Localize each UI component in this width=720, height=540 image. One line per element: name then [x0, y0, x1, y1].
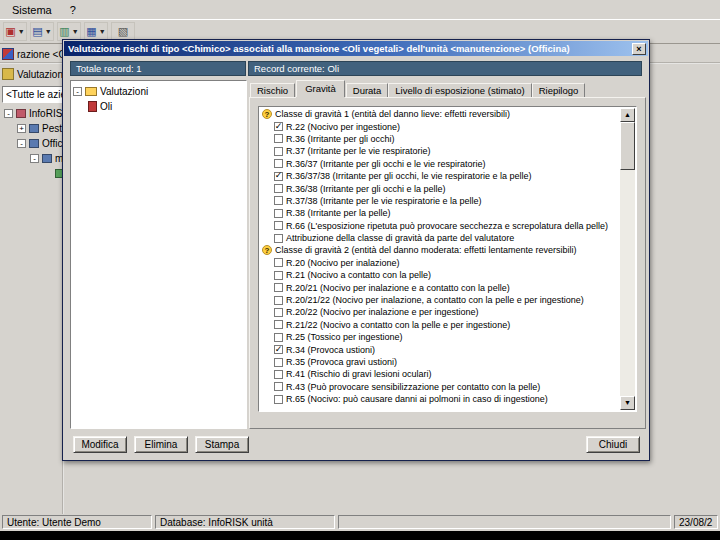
checklist-row[interactable]: R.38 (Irritante per la pelle) — [260, 207, 619, 219]
tab-control: Rischio Gravità Durata Livello di esposi… — [249, 80, 646, 429]
checklist-label: Attribuzione della classe di gravità da … — [286, 233, 514, 243]
tab[interactable]: Durata — [346, 83, 389, 97]
menu-item-sistema[interactable]: Sistema — [4, 2, 60, 18]
checklist-row[interactable]: R.21 (Nocivo a contatto con la pelle) — [260, 269, 619, 281]
checklist-row[interactable]: R.41 (Rischio di gravi lesioni oculari) — [260, 368, 619, 380]
checkbox[interactable] — [274, 370, 283, 379]
evaluation-tree-root[interactable]: - Valutazioni — [73, 84, 244, 99]
action-button[interactable]: Elimina — [134, 436, 188, 453]
node-icon — [29, 139, 39, 148]
action-button[interactable]: Modifica — [73, 436, 127, 453]
checklist-row[interactable]: R.36/37/38 (Irritante per gli occhi, le … — [260, 170, 619, 182]
checklist-row[interactable]: R.43 (Può provocare sensibilizzazione pe… — [260, 381, 619, 393]
checkbox[interactable] — [274, 333, 283, 342]
checklist-row[interactable]: R.36 (Irritante per gli occhi) — [260, 133, 619, 145]
checkbox[interactable] — [274, 296, 283, 305]
chiudi-button[interactable]: Chiudi — [586, 436, 640, 453]
checkbox[interactable] — [274, 283, 283, 292]
checklist-row[interactable]: R.25 (Tossico per ingestione) — [260, 331, 619, 343]
tab-label: Durata — [353, 85, 382, 96]
scrollbar-down-button[interactable]: ▼ — [620, 396, 635, 410]
toolbar-icon: ▥ — [59, 26, 69, 37]
checklist-row[interactable]: R.22 (Nocivo per ingestione) — [260, 120, 619, 132]
checkbox[interactable] — [274, 382, 283, 391]
tab-label: Gravità — [305, 83, 336, 94]
checkbox[interactable] — [274, 345, 283, 354]
checklist-row[interactable]: R.36/38 (Irritante per gli occhi e la pe… — [260, 182, 619, 194]
dropdown-arrow-icon: ▼ — [45, 28, 52, 35]
toolbar-button[interactable]: ▤ ▼ — [30, 22, 54, 41]
scrollbar-track[interactable]: ▲ ▼ — [620, 108, 635, 410]
checklist-row[interactable]: R.20/21/22 (Nocivo per inalazione, a con… — [260, 294, 619, 306]
checkbox[interactable] — [274, 196, 283, 205]
checkbox[interactable] — [274, 134, 283, 143]
menu-item-help[interactable]: ? — [62, 2, 84, 18]
checkbox[interactable] — [274, 258, 283, 267]
toolbar-icon: ▧ — [118, 26, 128, 37]
record-total: Totale record: 1 — [70, 61, 246, 76]
checklist-row[interactable]: Classe di gravità 2 (entità del danno mo… — [260, 244, 619, 256]
checklist-label: R.20/21/22 (Nocivo per inalazione, a con… — [286, 295, 584, 305]
expand-toggle-icon[interactable]: - — [17, 139, 26, 148]
checklist-row[interactable]: R.20/22 (Nocivo per inalazione e per ing… — [260, 306, 619, 318]
checklist-label: R.22 (Nocivo per ingestione) — [286, 122, 400, 132]
checklist-label: R.37 (Irritante per le vie respiratorie) — [286, 146, 431, 156]
scrollbar-thumb[interactable] — [620, 122, 635, 170]
checkbox[interactable] — [274, 147, 283, 156]
checklist-label: R.41 (Rischio di gravi lesioni oculari) — [286, 369, 432, 379]
checklist-label: R.21/22 (Nocivo a contatto con la pelle … — [286, 320, 510, 330]
evaluation-tree-child[interactable]: Oli — [73, 99, 244, 114]
dialog-titlebar[interactable]: Valutazione rischi di tipo <Chimico> ass… — [64, 41, 648, 56]
checkbox[interactable] — [274, 234, 283, 243]
checkbox[interactable] — [274, 221, 283, 230]
checklist-row[interactable]: R.34 (Provoca ustioni) — [260, 343, 619, 355]
checklist-label: R.20/21 (Nocivo per inalazione e a conta… — [286, 283, 510, 293]
action-button[interactable]: Stampa — [195, 436, 249, 453]
checklist-row[interactable]: R.37 (Irritante per le vie respiratorie) — [260, 145, 619, 157]
expand-toggle-icon[interactable]: - — [4, 109, 13, 118]
tab[interactable]: Livello di esposizione (stimato) — [388, 83, 531, 97]
checklist-row[interactable]: R.66 (L'esposizione ripetuta può provoca… — [260, 220, 619, 232]
checkbox[interactable] — [274, 320, 283, 329]
gravity-listbox: Classe di gravità 1 (entità del danno li… — [258, 106, 637, 412]
tab[interactable]: Rischio — [250, 83, 295, 97]
checklist-label: R.36 (Irritante per gli occhi) — [286, 134, 395, 144]
context-row[interactable]: razione <Oli — [2, 46, 71, 62]
checkbox[interactable] — [274, 271, 283, 280]
tab-pane-gravita: Classe di gravità 1 (entità del danno li… — [249, 97, 646, 429]
expand-toggle-icon[interactable]: - — [30, 154, 39, 163]
toolbar-button[interactable]: ▣ ▼ — [3, 22, 27, 41]
tab[interactable]: Gravità — [296, 80, 345, 97]
checklist-row[interactable]: R.35 (Provoca gravi ustioni) — [260, 356, 619, 368]
checkbox[interactable] — [274, 122, 283, 131]
checklist-row[interactable]: R.20 (Nocivo per inalazione) — [260, 257, 619, 269]
checkbox[interactable] — [274, 172, 283, 181]
status-bar: Utente: Utente Demo Database: InfoRISK u… — [0, 514, 720, 531]
checklist-row[interactable]: R.65 (Nocivo: può causare danni ai polmo… — [260, 393, 619, 405]
close-icon[interactable]: × — [632, 43, 646, 55]
checklist-row[interactable]: Attribuzione della classe di gravità da … — [260, 232, 619, 244]
evaluation-root-label: Valutazioni — [100, 86, 148, 97]
tab[interactable]: Riepilogo — [532, 83, 586, 97]
expand-toggle-icon[interactable]: + — [17, 124, 26, 133]
checkbox[interactable] — [274, 308, 283, 317]
checklist-row[interactable]: R.20/21 (Nocivo per inalazione e a conta… — [260, 281, 619, 293]
checklist-label: Classe di gravità 1 (entità del danno li… — [275, 109, 510, 119]
scrollbar-up-button[interactable]: ▲ — [620, 108, 635, 122]
toolbar-icon: ▤ — [32, 26, 42, 37]
checklist-row[interactable]: R.36/37 (Irritante per gli occhi e le vi… — [260, 158, 619, 170]
checkbox[interactable] — [274, 209, 283, 218]
checklist-row[interactable]: Classe di gravità 1 (entità del danno li… — [260, 108, 619, 120]
checkbox[interactable] — [274, 358, 283, 367]
record-bar: Totale record: 1 Record corrente: Oli — [70, 61, 642, 76]
checklist-label: Classe di gravità 2 (entità del danno mo… — [275, 245, 577, 255]
checkbox[interactable] — [274, 159, 283, 168]
checkbox[interactable] — [274, 395, 283, 404]
checklist-row[interactable]: R.21/22 (Nocivo a contatto con la pelle … — [260, 319, 619, 331]
toolbar-icon: ▦ — [86, 26, 96, 37]
tab-label: Livello di esposizione (stimato) — [395, 85, 524, 96]
checkbox[interactable] — [274, 184, 283, 193]
expand-toggle-icon[interactable]: - — [73, 87, 82, 96]
checklist-row[interactable]: R.37/38 (Irritante per le vie respirator… — [260, 195, 619, 207]
status-date: 23/08/2 — [674, 515, 718, 529]
